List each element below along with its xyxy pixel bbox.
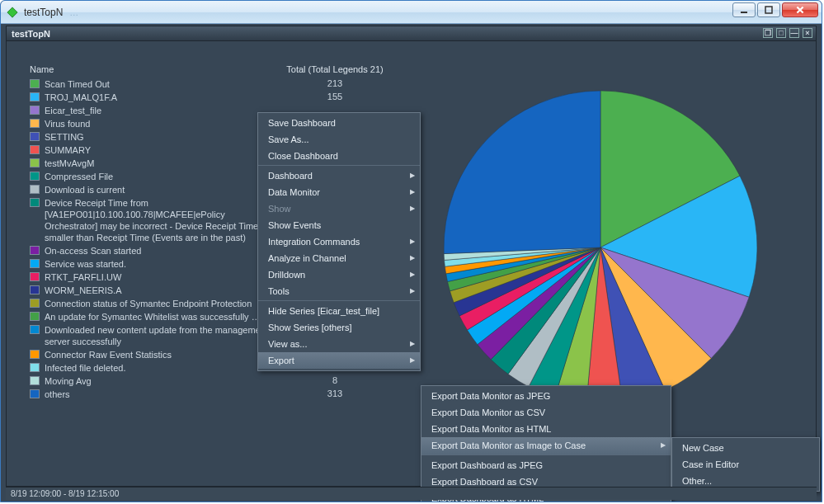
legend-swatch [30,363,40,372]
pie-slice[interactable] [444,91,600,254]
window-title: testTopN [24,7,63,18]
window-subtitle: … [69,7,79,17]
export-submenu: Export Data Monitor as JPEGExport Data M… [421,385,671,502]
legend-item-name: TROJ_MALQ1F.A [45,92,269,103]
legend-swatch [30,185,40,194]
window-controls [732,2,818,17]
legend-swatch [30,106,40,115]
close-button[interactable] [782,2,818,17]
menu-item[interactable]: New Case [672,440,819,456]
legend-item-name: RTKT_FARFLI.UW [45,271,269,283]
legend-item-name: Scan Timed Out [45,78,269,90]
legend-swatch [30,376,40,385]
legend-item-value: 313 [269,389,401,398]
legend-row[interactable]: Scan Timed Out213 [30,78,401,91]
legend-item-name: Moving Avg [45,375,269,387]
menu-item[interactable]: Export Data Monitor as Image to Case [421,437,671,455]
legend-item-name: An update for Symantec Whitelist was suc… [45,311,269,323]
panel-titlebar[interactable]: testTopN ❐ □ — × [7,26,816,41]
legend-item-name: Connector Raw Event Statistics [45,349,269,360]
panel-maximize-icon[interactable]: □ [776,28,786,38]
menu-item[interactable]: Drilldown [258,266,420,283]
legend-swatch [30,246,40,255]
svg-rect-0 [741,12,747,13]
menu-item[interactable]: Dashboard [258,167,420,184]
legend-swatch [30,389,40,398]
legend-item-name: SUMMARY [45,144,269,156]
panel-title: testTopN [12,29,50,39]
menu-item[interactable]: Case in Editor [672,456,819,473]
legend-item-name: Virus found [45,118,269,130]
legend-item-name: Downloaded new content update from the m… [45,324,269,347]
legend-swatch [30,172,40,181]
app-icon [6,6,19,19]
legend-swatch [30,299,40,308]
legend-swatch [30,92,40,101]
menu-item[interactable]: Export Data Monitor as HTML [421,421,671,437]
menu-item: Show [258,200,420,217]
legend-item-name: Infected file deleted. [45,362,269,374]
menu-item[interactable]: Save As... [258,131,420,148]
legend-swatch [30,312,40,321]
menu-item[interactable]: Show Events [258,217,420,233]
legend-item-value: 213 [269,78,401,88]
panel-content: Name Total (Total Legends 21) Scan Timed… [7,41,816,486]
context-menu: Save DashboardSave As...Close DashboardD… [257,112,421,371]
app-window: testTopN … testTopN ❐ □ — × Name Total (… [0,0,822,502]
legend-item-name: Connection status of Symantec Endpoint P… [45,298,269,309]
legend-item-name: Service was started. [45,258,269,270]
menu-item[interactable]: Save Dashboard [258,115,420,131]
legend-row[interactable]: TROJ_MALQ1F.A155 [30,91,401,104]
menu-item[interactable]: View as... [258,336,420,352]
legend-swatch [30,79,40,88]
menu-item[interactable]: Export Data Monitor as JPEG [421,388,671,404]
legend-item-name: Compressed File [45,171,269,182]
legend-item-name: testMvAvgM [45,158,269,169]
maximize-button[interactable] [757,2,780,17]
case-submenu: New CaseCase in EditorOther... [671,437,820,492]
legend-swatch [30,145,40,154]
legend-header-name[interactable]: Name [30,64,269,74]
panel-restore-icon[interactable]: ❐ [763,28,773,38]
dashboard-panel: testTopN ❐ □ — × Name Total (Total Legen… [6,26,817,487]
titlebar[interactable]: testTopN … [1,1,822,24]
legend-swatch [30,285,40,294]
legend-item-name: SETTING [45,131,269,143]
menu-item[interactable]: Export Data Monitor as CSV [421,404,671,421]
minimize-button[interactable] [732,2,756,17]
legend-row[interactable]: others313 [30,388,401,401]
menu-item[interactable]: Tools [258,283,420,301]
legend-swatch [30,132,40,141]
legend-item-value: 8 [269,375,401,385]
legend-item-name: Device Receipt Time from [VA1EPO01|10.10… [45,197,269,243]
panel-close-icon[interactable]: × [803,28,812,38]
legend-swatch [30,325,40,334]
legend-swatch [30,198,40,207]
legend-item-name: On-access Scan started [45,245,269,257]
menu-item[interactable]: Analyze in Channel [258,250,420,266]
legend-item-name: Eicar_test_file [45,105,269,116]
legend-swatch [30,158,40,167]
legend-row[interactable]: Moving Avg8 [30,374,401,388]
legend-header-total[interactable]: Total (Total Legends 21) [269,64,401,74]
legend-swatch [30,259,40,268]
svg-rect-1 [765,7,772,13]
legend-header: Name Total (Total Legends 21) [30,64,401,74]
legend-item-value: 155 [269,92,401,101]
menu-item[interactable]: Integration Commands [258,233,420,250]
menu-item[interactable]: Close Dashboard [258,148,420,166]
legend-swatch [30,350,40,359]
menu-item[interactable]: Data Monitor [258,184,420,200]
legend-item-name: WORM_NEERIS.A [45,285,269,296]
menu-item[interactable]: Show Series [others] [258,319,420,336]
legend-item-name: others [45,389,269,400]
pie-svg [436,82,765,412]
menu-item[interactable]: Hide Series [Eicar_test_file] [258,303,420,319]
panel-controls: ❐ □ — × [763,28,812,38]
statusbar-text: 8/19 12:09:00 - 8/19 12:15:00 [11,489,119,498]
panel-minimize-icon[interactable]: — [789,28,799,38]
menu-item[interactable]: Export [258,352,420,369]
statusbar: 8/19 12:09:00 - 8/19 12:15:00 [6,487,817,500]
menu-item[interactable]: Export Dashboard as JPEG [421,457,671,473]
pie-chart[interactable] [436,82,765,412]
